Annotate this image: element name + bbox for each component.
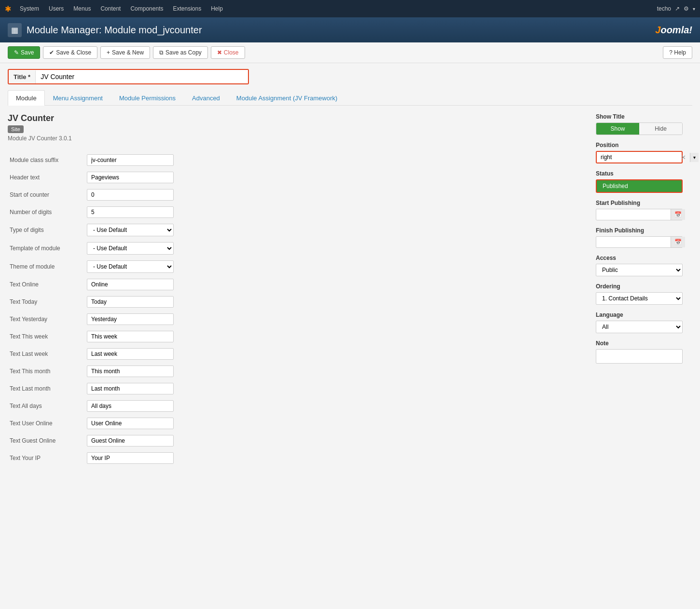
tab-module-assignment-jv[interactable]: Module Assignment (JV Framework): [228, 90, 346, 106]
field-value-cell: [85, 328, 586, 345]
toolbar-buttons: ✎ Save ✔ Save & Close + Save & New ⧉ Sav…: [8, 46, 245, 59]
field-value-cell: [85, 415, 586, 432]
nav-components[interactable]: Components: [126, 0, 167, 17]
field-text-input[interactable]: [87, 189, 174, 201]
status-section: Status Published: [596, 170, 692, 193]
note-section: Note: [596, 340, 692, 364]
module-name: JV Counter: [8, 113, 586, 123]
show-title-label: Show Title: [596, 113, 692, 120]
tab-menu-assignment[interactable]: Menu Assignment: [45, 90, 111, 106]
nav-content[interactable]: Content: [96, 0, 124, 17]
settings-icon[interactable]: ⚙: [684, 5, 689, 12]
field-text-input[interactable]: [87, 313, 174, 325]
table-row: Text Last month: [8, 380, 586, 397]
nav-help[interactable]: Help: [207, 0, 227, 17]
ordering-label: Ordering: [596, 283, 692, 290]
field-text-input[interactable]: [87, 383, 174, 394]
close-button[interactable]: ✖ Close: [211, 46, 245, 59]
toolbar-right: ? Help: [663, 46, 692, 59]
table-row: Text This month: [8, 363, 586, 380]
content-area: Title * Module Menu Assignment Module Pe…: [0, 63, 700, 473]
module-info: JV Counter Site Module JV Counter 3.0.1: [8, 113, 586, 142]
field-text-input[interactable]: [87, 348, 174, 360]
field-text-input[interactable]: [87, 296, 174, 308]
title-field-row: Title *: [8, 69, 249, 84]
field-text-input[interactable]: [87, 365, 174, 377]
joomla-star-icon: ✱: [5, 4, 11, 14]
field-value-cell: [85, 363, 586, 380]
field-text-input[interactable]: [87, 400, 174, 412]
table-row: Header text: [8, 169, 586, 186]
field-label: Text All days: [8, 397, 85, 415]
settings-dropdown-icon[interactable]: ▾: [693, 6, 695, 12]
table-row: Module class suffix: [8, 151, 586, 169]
ordering-select[interactable]: 1. Contact Details: [596, 292, 683, 305]
page-title: Module Manager: Module mod_jvcounter: [27, 25, 202, 36]
field-text-input[interactable]: [87, 331, 174, 342]
title-label: Title *: [9, 70, 36, 83]
tab-module[interactable]: Module: [8, 90, 45, 106]
tab-bar: Module Menu Assignment Module Permission…: [8, 90, 692, 106]
module-badge: Site: [8, 125, 24, 133]
field-text-input[interactable]: [87, 172, 174, 183]
table-row: Text Guest Online: [8, 432, 586, 449]
module-icon: ▦: [8, 23, 22, 37]
show-button[interactable]: Show: [596, 123, 639, 135]
field-value-cell: [85, 432, 586, 449]
finish-calendar-button[interactable]: 📅: [671, 237, 685, 247]
start-publishing-input[interactable]: [596, 210, 671, 219]
nav-users[interactable]: Users: [45, 0, 68, 17]
module-version: Module JV Counter 3.0.1: [8, 135, 586, 142]
table-row: Theme of module- Use Default: [8, 257, 586, 276]
field-select[interactable]: - Use Default: [87, 260, 174, 273]
field-label: Template of module: [8, 239, 85, 257]
finish-publishing-field: 📅: [596, 236, 683, 248]
field-select[interactable]: - Use Default: [87, 242, 174, 255]
field-value-cell: - Use Default: [85, 257, 586, 276]
nav-extensions[interactable]: Extensions: [169, 0, 205, 17]
field-value-cell: [85, 449, 586, 467]
joomla-logo: Joomla!: [655, 25, 692, 36]
position-field: ✕ ▾: [596, 151, 683, 163]
nav-menus[interactable]: Menus: [69, 0, 95, 17]
field-text-input[interactable]: [87, 206, 174, 218]
field-value-cell: [85, 311, 586, 328]
position-dropdown-button[interactable]: ▾: [690, 153, 699, 162]
save-close-button[interactable]: ✔ Save & Close: [43, 46, 97, 59]
language-select[interactable]: All: [596, 321, 683, 333]
title-input[interactable]: [36, 70, 248, 83]
note-input[interactable]: [596, 349, 683, 364]
tab-advanced[interactable]: Advanced: [184, 90, 228, 106]
start-calendar-button[interactable]: 📅: [671, 209, 685, 220]
tab-module-permissions[interactable]: Module Permissions: [111, 90, 184, 106]
toolbar: ✎ Save ✔ Save & Close + Save & New ⧉ Sav…: [0, 42, 700, 63]
field-value-cell: [85, 293, 586, 311]
finish-publishing-input[interactable]: [596, 237, 671, 247]
field-label: Text User Online: [8, 415, 85, 432]
external-icon: ↗: [675, 5, 680, 12]
save-button[interactable]: ✎ Save: [8, 46, 40, 59]
field-text-input[interactable]: [87, 418, 174, 429]
nav-system[interactable]: System: [16, 0, 43, 17]
field-text-input[interactable]: [87, 154, 174, 166]
field-text-input[interactable]: [87, 435, 174, 447]
start-publishing-label: Start Publishing: [596, 200, 692, 206]
position-clear-button[interactable]: ✕: [679, 153, 688, 162]
hide-button[interactable]: Hide: [639, 123, 682, 135]
save-copy-button[interactable]: ⧉ Save as Copy: [153, 46, 208, 59]
field-text-input[interactable]: [87, 279, 174, 290]
help-button[interactable]: ? Help: [663, 46, 692, 59]
check-icon: ✔: [49, 49, 54, 56]
top-navigation: ✱ System Users Menus Content Components …: [0, 0, 700, 17]
status-button[interactable]: Published: [596, 179, 683, 193]
user-link[interactable]: techo: [657, 5, 671, 12]
field-label: Start of counter: [8, 186, 85, 203]
show-hide-toggle: Show Hide: [596, 122, 683, 135]
save-new-button[interactable]: + Save & New: [100, 46, 150, 59]
position-input[interactable]: [597, 152, 677, 162]
access-select[interactable]: Public Registered Special: [596, 264, 683, 276]
field-text-input[interactable]: [87, 452, 174, 464]
access-section: Access Public Registered Special: [596, 255, 692, 276]
field-select[interactable]: - Use Default: [87, 224, 174, 236]
table-row: Text All days: [8, 397, 586, 415]
